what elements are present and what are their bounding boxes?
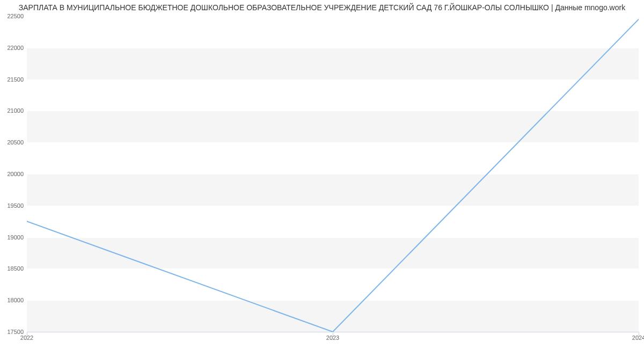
y-tick-label: 20000 [7, 171, 24, 177]
x-tick-mark [27, 332, 27, 337]
y-tick-label: 19500 [7, 202, 24, 209]
x-tick-label: 2024 [632, 335, 644, 341]
y-tick-label: 19000 [7, 234, 24, 241]
plot-area [27, 16, 639, 332]
y-tick-label: 22500 [7, 13, 24, 19]
data-line [27, 16, 639, 332]
y-tick-label: 21000 [7, 107, 24, 114]
y-tick-label: 18500 [7, 265, 24, 272]
y-tick-label: 22000 [7, 45, 24, 51]
y-tick-label: 20500 [7, 139, 24, 146]
y-tick-label: 18000 [7, 297, 24, 303]
x-tick-mark [333, 332, 333, 337]
x-tick-mark [639, 332, 639, 337]
y-tick-label: 21500 [7, 76, 24, 83]
chart-title: ЗАРПЛАТА В МУНИЦИПАЛЬНОЕ БЮДЖЕТНОЕ ДОШКО… [0, 3, 644, 12]
